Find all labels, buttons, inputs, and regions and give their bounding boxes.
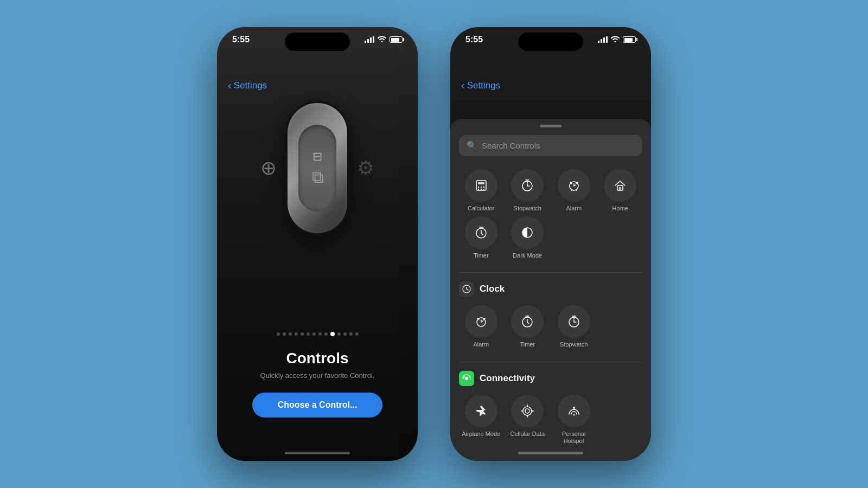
clock-alarm-icon [465, 305, 497, 338]
cellular-icon [511, 395, 544, 427]
svg-point-46 [465, 377, 468, 380]
search-sheet: 🔍 Search Controls [450, 119, 651, 461]
svg-point-48 [525, 409, 529, 413]
control-item-clock-timer[interactable]: Timer [506, 305, 550, 348]
svg-point-6 [481, 189, 482, 190]
connectivity-section-title: Connectivity [480, 373, 535, 384]
clock-alarm-label: Alarm [473, 341, 489, 348]
timer-icon-circle [465, 216, 497, 249]
status-icons-2 [598, 36, 636, 44]
svg-point-5 [478, 189, 479, 190]
clock-timer-label: Timer [520, 341, 535, 348]
back-button-2[interactable]: ‹ Settings [450, 75, 651, 96]
control-item-clock-stopwatch[interactable]: Stopwatch [552, 305, 596, 348]
airplane-label: Airplane Mode [462, 431, 500, 438]
svg-point-54 [573, 407, 575, 409]
control-item-home[interactable]: Home [598, 169, 643, 212]
control-item-stopwatch[interactable]: Stopwatch [506, 169, 550, 212]
clock-section-title: Clock [480, 284, 505, 294]
top-controls-grid: Calculator Stopwatch [450, 165, 651, 268]
signal-bars-1 [365, 36, 374, 43]
pill-inner: ⊟ ⧉ [298, 125, 336, 211]
timer-label-top: Timer [474, 252, 489, 259]
choose-control-button[interactable]: Choose a Control... [252, 393, 382, 418]
svg-point-2 [478, 187, 479, 188]
separator-2 [459, 362, 642, 362]
pill-shape: ⊟ ⧉ [288, 103, 347, 233]
sheet-handle [540, 125, 561, 127]
connectivity-section-header: Connectivity [450, 367, 651, 393]
hotspot-icon [558, 395, 590, 427]
clock-stopwatch-icon [558, 305, 590, 338]
phone-2: 5:55 [450, 27, 651, 461]
clock-section-header: Clock [450, 277, 651, 303]
control-item-darkmode[interactable]: Dark Mode [506, 216, 550, 259]
search-placeholder: Search Controls [482, 141, 540, 150]
separator-1 [459, 272, 642, 273]
svg-line-38 [527, 322, 529, 324]
stopwatch-label-top: Stopwatch [514, 205, 541, 212]
status-time-1: 5:55 [232, 35, 250, 44]
signal-bars-2 [598, 36, 608, 43]
back-chevron-2: ‹ [461, 79, 465, 92]
status-bar-1: 5:55 [217, 27, 418, 48]
stopwatch-icon-circle [511, 169, 544, 202]
back-label-2: Settings [467, 80, 500, 91]
status-time-2: 5:55 [465, 35, 483, 44]
cellular-label: Cellular Data [510, 431, 545, 438]
connectivity-controls-grid: Airplane Mode Cellular Data [450, 393, 651, 453]
control-item-airplane[interactable]: Airplane Mode [459, 395, 503, 445]
svg-line-24 [481, 233, 483, 235]
status-icons-1 [365, 36, 403, 44]
calculator-icon-circle [465, 169, 497, 202]
status-bar-2: 5:55 [450, 27, 651, 48]
control-item-alarm[interactable]: Alarm [552, 169, 596, 212]
svg-line-30 [467, 289, 468, 290]
airplane-icon [465, 395, 497, 427]
control-item-hotspot[interactable]: Personal Hotspot [552, 395, 596, 445]
calculator-label: Calculator [468, 205, 495, 212]
alarm-icon-circle [558, 169, 590, 202]
wifi-icon-1 [378, 36, 386, 44]
control-item-calculator[interactable]: Calculator [459, 169, 503, 212]
clock-timer-icon [511, 305, 544, 338]
phone-1: 5:55 [217, 27, 418, 461]
controls-subtitle: Quickly access your favorite Control. [217, 371, 418, 380]
control-item-timer[interactable]: Timer [459, 216, 503, 259]
battery-icon-1 [390, 36, 403, 43]
hotspot-label: Personal Hotspot [552, 431, 596, 445]
alarm-label-top: Alarm [566, 205, 582, 212]
controls-text-block: Controls Quickly access your favorite Co… [217, 350, 418, 380]
search-icon: 🔍 [467, 140, 477, 151]
search-bar[interactable]: 🔍 Search Controls [459, 135, 642, 156]
control-item-cellular[interactable]: Cellular Data [506, 395, 550, 445]
zoom-icon: ⊕ [260, 157, 277, 179]
svg-rect-21 [619, 187, 621, 190]
svg-point-53 [573, 414, 575, 415]
clock-section-icon [459, 281, 474, 297]
connectivity-section-icon [459, 371, 474, 386]
settings-icon-right: ⚙ [357, 157, 374, 179]
clock-controls-grid: Alarm Timer [450, 303, 651, 357]
pill-container: ⊕ ⊟ ⧉ ⚙ [217, 70, 418, 266]
pill-icon-bottom: ⧉ [312, 168, 323, 187]
home-icon-circle [604, 169, 636, 202]
control-item-clock-alarm[interactable]: Alarm [459, 305, 503, 348]
battery-icon-2 [623, 36, 636, 43]
wifi-icon-2 [611, 36, 620, 44]
home-label: Home [612, 205, 628, 212]
home-indicator-1 [285, 452, 350, 454]
pill-icon-top: ⊟ [312, 150, 322, 164]
svg-point-7 [483, 189, 484, 190]
dots-container [217, 332, 418, 336]
darkmode-label: Dark Mode [513, 252, 542, 259]
svg-point-3 [481, 187, 482, 188]
darkmode-icon-circle [511, 216, 544, 249]
svg-point-47 [523, 407, 532, 415]
svg-point-4 [483, 187, 484, 188]
controls-title: Controls [217, 350, 418, 367]
home-indicator-2 [518, 452, 583, 454]
svg-rect-1 [478, 182, 484, 184]
clock-stopwatch-label: Stopwatch [560, 341, 588, 348]
